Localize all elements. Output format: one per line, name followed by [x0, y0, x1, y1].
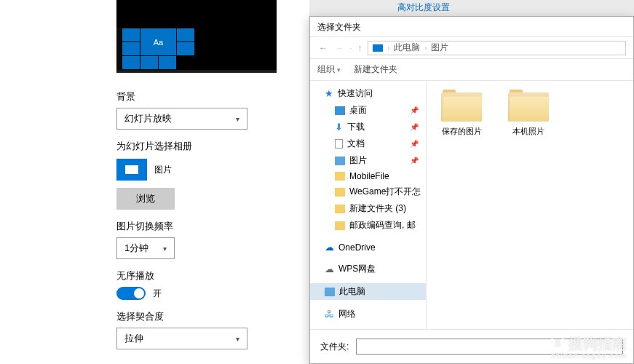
sidebar-item-desktop[interactable]: 桌面 📌	[310, 102, 426, 119]
desktop-icon	[335, 106, 345, 115]
dialog-sidebar: ★ 快速访问 桌面 📌 ⬇ 下载 📌 文档 📌 图片 📌	[310, 81, 427, 329]
sidebar-item-documents[interactable]: 文档 📌	[310, 135, 426, 152]
crumb-pictures[interactable]: 图片	[431, 41, 448, 54]
chevron-down-icon: ▾	[236, 115, 239, 123]
cloud-icon: ☁	[325, 264, 334, 274]
sidebar-item-onedrive[interactable]: ☁ OneDrive	[310, 240, 426, 255]
pc-icon	[325, 288, 335, 296]
preview-tile-aa: Aa	[140, 28, 176, 55]
album-icon	[116, 159, 147, 181]
download-icon: ⬇	[335, 122, 343, 132]
pc-icon	[373, 44, 383, 52]
folder-icon	[335, 188, 345, 197]
nav-forward-icon[interactable]: →	[333, 43, 345, 53]
sidebar-item-wps[interactable]: ☁ WPS网盘	[310, 261, 426, 277]
frequency-select[interactable]: 1分钟 ▾	[116, 237, 175, 259]
nav-up-icon[interactable]: ↑	[356, 43, 363, 53]
fit-label: 选择契合度	[116, 310, 306, 323]
dialog-toolbar: 组织 ▾ 新建文件夹	[310, 59, 633, 81]
background-select[interactable]: 幻灯片放映 ▾	[116, 108, 247, 130]
background-label: 背景	[116, 90, 306, 103]
desktop-preview: Aa	[116, 0, 277, 73]
chevron-down-icon: ▾	[236, 335, 239, 343]
document-icon	[335, 139, 343, 149]
browse-button[interactable]: 浏览	[116, 188, 175, 210]
album-section-label: 为幻灯片选择相册	[116, 140, 306, 153]
sidebar-item-wegame[interactable]: WeGame打不开怎	[310, 183, 426, 200]
breadcrumb[interactable]: › 此电脑 › 图片	[368, 41, 626, 55]
settings-panel: Aa 背景 幻灯片放映 ▾ 为幻灯片选择相册 图片 浏览 图片切换频率 1分钟 …	[116, 0, 306, 364]
dialog-title: 选择文件夹	[310, 17, 633, 37]
chevron-down-icon: ▾	[337, 66, 341, 74]
folder-name-label: 文件夹:	[320, 341, 349, 353]
sidebar-item-postal[interactable]: 邮政编码查询, 邮	[310, 217, 426, 234]
address-bar: ← → · ↑ › 此电脑 › 图片	[310, 37, 633, 59]
cloud-icon: ☁	[325, 242, 334, 253]
folder-saved-pictures[interactable]: 保存的图片	[435, 90, 488, 137]
folder-picker-dialog: 选择文件夹 ← → · ↑ › 此电脑 › 图片 组织 ▾ 新建文件夹 ★ 快速…	[309, 16, 634, 364]
chevron-right-icon: ›	[387, 44, 389, 52]
nav-back-icon[interactable]: ←	[317, 43, 329, 53]
fit-value: 拉伸	[124, 332, 143, 345]
sidebar-item-newfolder3[interactable]: 新建文件夹 (3)	[310, 200, 426, 217]
watermark: S 搜狗指南 zhinan.sogou.com	[550, 336, 627, 360]
fit-select[interactable]: 拉伸 ▾	[116, 328, 247, 349]
link-highcontrast[interactable]: 高对比度设置	[397, 0, 450, 15]
pin-icon: 📌	[410, 140, 419, 148]
pin-icon: 📌	[410, 106, 419, 114]
folder-camera-roll[interactable]: 本机照片	[502, 90, 555, 137]
folder-content: 保存的图片 本机照片	[427, 81, 633, 329]
shuffle-toggle[interactable]	[116, 287, 146, 300]
folder-icon	[441, 90, 482, 122]
folder-icon	[335, 205, 345, 213]
sidebar-item-thispc[interactable]: 此电脑	[310, 283, 426, 300]
sogou-logo-icon: S	[550, 336, 566, 352]
pin-icon: 📌	[410, 157, 419, 165]
folder-icon	[335, 221, 345, 230]
sidebar-item-pictures[interactable]: 图片 📌	[310, 152, 426, 169]
shuffle-label: 无序播放	[116, 269, 306, 282]
sidebar-item-quickaccess[interactable]: ★ 快速访问	[310, 85, 426, 102]
folder-icon	[508, 90, 549, 122]
crumb-thispc[interactable]: 此电脑	[394, 41, 420, 54]
pictures-icon	[335, 157, 345, 165]
album-name: 图片	[154, 164, 172, 176]
background-value: 幻灯片放映	[124, 112, 172, 125]
sidebar-item-network[interactable]: 🖧 网络	[310, 306, 426, 323]
new-folder-button[interactable]: 新建文件夹	[354, 63, 397, 76]
chevron-down-icon: ▾	[163, 245, 167, 253]
frequency-label: 图片切换频率	[116, 220, 306, 233]
frequency-value: 1分钟	[124, 242, 148, 255]
folder-icon	[335, 172, 345, 181]
sidebar-item-downloads[interactable]: ⬇ 下载 📌	[310, 119, 426, 135]
shuffle-state: 开	[153, 288, 162, 300]
chevron-right-icon: ›	[424, 44, 427, 52]
network-icon: 🖧	[325, 309, 334, 320]
organize-menu[interactable]: 组织 ▾	[317, 63, 341, 76]
pin-icon: 📌	[410, 123, 419, 131]
sidebar-item-mobilefile[interactable]: MobileFile	[310, 169, 426, 183]
star-icon: ★	[325, 88, 333, 99]
